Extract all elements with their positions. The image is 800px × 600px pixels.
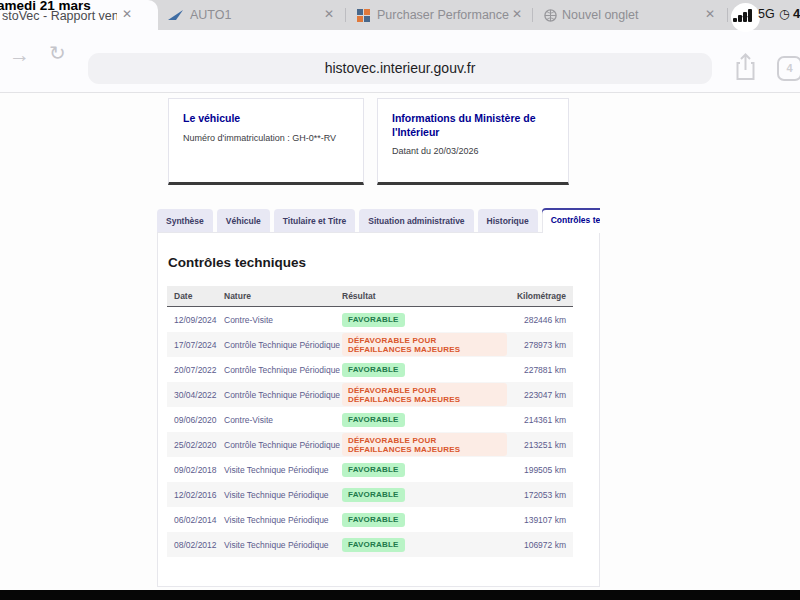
- cell-resultat: FAVORABLE: [342, 513, 507, 527]
- cell-date: 30/04/2022: [167, 390, 224, 400]
- table-row: 09/06/2020Contre-VisiteFAVORABLE214361 k…: [167, 407, 573, 432]
- cell-nature: Visite Technique Périodique: [224, 515, 342, 525]
- close-tab-icon[interactable]: ✕: [324, 7, 334, 21]
- section-title: Contrôles techniques: [168, 255, 306, 270]
- cell-resultat: FAVORABLE: [342, 538, 507, 552]
- result-badge: FAVORABLE: [342, 463, 405, 477]
- result-badge: FAVORABLE: [342, 513, 405, 527]
- report-tab-historique[interactable]: Historique: [478, 209, 538, 233]
- table-row: 09/02/2018Visite Technique PériodiqueFAV…: [167, 457, 573, 482]
- cell-date: 20/07/2022: [167, 365, 224, 375]
- cell-kilometrage: 106972 km: [507, 540, 573, 550]
- browser-tab-auto1[interactable]: AUTO1: [190, 8, 231, 22]
- report-tab-situation-administrative[interactable]: Situation administrative: [359, 209, 473, 233]
- col-nature: Nature: [224, 291, 342, 301]
- result-badge: FAVORABLE: [342, 488, 405, 502]
- cell-kilometrage: 139107 km: [507, 515, 573, 525]
- cell-resultat: FAVORABLE: [342, 488, 507, 502]
- status-date: amedi 21 mars: [0, 0, 91, 13]
- vehicle-card-body: Numéro d'immatriculation : GH-0**-RV: [183, 133, 349, 143]
- table-row: 20/07/2022Contrôle Technique PériodiqueF…: [167, 357, 573, 382]
- browser-tab-new[interactable]: Nouvel onglet: [562, 8, 638, 22]
- table-header: Date Nature Résultat Kilométrage: [167, 286, 573, 307]
- histovec-page: Le véhicule Numéro d'immatriculation : G…: [0, 93, 800, 590]
- network-badge: 5G: [758, 7, 775, 21]
- cell-resultat: DÉFAVORABLE POUR DÉFAILLANCES MAJEURES: [342, 433, 507, 456]
- tab-separator: [727, 8, 728, 22]
- report-tab-contr-les-techniques[interactable]: Contrôles techniques: [542, 208, 600, 233]
- result-badge: DÉFAVORABLE POUR DÉFAILLANCES MAJEURES: [342, 333, 507, 356]
- result-badge: DÉFAVORABLE POUR DÉFAILLANCES MAJEURES: [342, 433, 507, 456]
- col-kilometrage: Kilométrage: [507, 291, 573, 301]
- reload-icon[interactable]: ↻: [49, 41, 66, 65]
- cellular-signal-icon: [733, 9, 755, 22]
- status-circle-icon: ◷: [779, 7, 789, 21]
- result-badge: FAVORABLE: [342, 313, 405, 327]
- cell-resultat: FAVORABLE: [342, 413, 507, 427]
- table-row: 17/07/2024Contrôle Technique PériodiqueD…: [167, 332, 573, 357]
- browser-tab-purchaser[interactable]: Purchaser Performance: [377, 8, 509, 22]
- table-row: 12/09/2024Contre-VisiteFAVORABLE282446 k…: [167, 307, 573, 332]
- globe-icon: [544, 9, 557, 22]
- auto1-logo-icon: [168, 9, 184, 22]
- report-tab-synth-se[interactable]: Synthèse: [157, 209, 213, 233]
- vehicle-card: Le véhicule Numéro d'immatriculation : G…: [168, 98, 364, 185]
- table-row: 06/02/2014Visite Technique PériodiqueFAV…: [167, 507, 573, 532]
- ministry-card-title: Informations du Ministère de l'Intérieur: [392, 112, 547, 139]
- report-tab-titulaire-et-titre[interactable]: Titulaire et Titre: [274, 209, 355, 233]
- browser-tab-bar: stoVec - Rapport vend ✕ AUTO1 ✕ Purchase…: [0, 0, 800, 30]
- report-tabs: SynthèseVéhiculeTitulaire et TitreSituat…: [157, 208, 600, 233]
- col-resultat: Résultat: [342, 291, 507, 301]
- cell-nature: Contrôle Technique Périodique: [224, 390, 342, 400]
- result-badge: FAVORABLE: [342, 363, 405, 377]
- ministry-card-body: Datant du 20/03/2026: [392, 146, 554, 156]
- cell-date: 12/02/2016: [167, 490, 224, 500]
- cell-resultat: DÉFAVORABLE POUR DÉFAILLANCES MAJEURES: [342, 383, 507, 406]
- table-row: 08/02/2012Visite Technique PériodiqueFAV…: [167, 532, 573, 557]
- close-tab-icon[interactable]: ✕: [122, 7, 132, 21]
- close-tab-icon[interactable]: ✕: [512, 7, 522, 21]
- table-row: 12/02/2016Visite Technique PériodiqueFAV…: [167, 482, 573, 507]
- result-badge: DÉFAVORABLE POUR DÉFAILLANCES MAJEURES: [342, 383, 507, 406]
- controles-card: Contrôles techniques Date Nature Résulta…: [157, 232, 600, 587]
- cell-date: 12/09/2024: [167, 315, 224, 325]
- share-icon[interactable]: [734, 53, 757, 82]
- cell-nature: Visite Technique Périodique: [224, 540, 342, 550]
- inspections-table: Date Nature Résultat Kilométrage 12/09/2…: [167, 286, 573, 557]
- cell-kilometrage: 223047 km: [507, 390, 573, 400]
- forward-icon[interactable]: →: [9, 43, 30, 67]
- cell-date: 17/07/2024: [167, 340, 224, 350]
- cell-kilometrage: 227881 km: [507, 365, 573, 375]
- cell-kilometrage: 214361 km: [507, 415, 573, 425]
- cell-nature: Contre-Visite: [224, 315, 342, 325]
- cell-nature: Contre-Visite: [224, 415, 342, 425]
- cell-nature: Visite Technique Périodique: [224, 490, 342, 500]
- cell-resultat: FAVORABLE: [342, 313, 507, 327]
- cell-kilometrage: 172053 km: [507, 490, 573, 500]
- result-badge: FAVORABLE: [342, 413, 405, 427]
- cell-date: 06/02/2014: [167, 515, 224, 525]
- url-field[interactable]: histovec.interieur.gouv.fr: [88, 53, 712, 84]
- cell-kilometrage: 199505 km: [507, 465, 573, 475]
- cell-nature: Contrôle Technique Périodique: [224, 365, 342, 375]
- cell-date: 25/02/2020: [167, 440, 224, 450]
- cell-nature: Contrôle Technique Périodique: [224, 340, 342, 350]
- browser-toolbar: → ↻ histovec.interieur.gouv.fr 4: [0, 30, 800, 93]
- bottom-letterbox: [0, 590, 800, 600]
- grid-favicon-icon: [357, 9, 370, 22]
- tab-separator: [345, 8, 346, 22]
- cell-nature: Visite Technique Périodique: [224, 465, 342, 475]
- cell-resultat: FAVORABLE: [342, 363, 507, 377]
- cell-kilometrage: 282446 km: [507, 315, 573, 325]
- table-row: 30/04/2022Contrôle Technique PériodiqueD…: [167, 382, 573, 407]
- cell-nature: Contrôle Technique Périodique: [224, 440, 342, 450]
- close-tab-icon[interactable]: ✕: [705, 7, 715, 21]
- tab-overview-button[interactable]: 4: [777, 56, 800, 81]
- vehicle-card-title: Le véhicule: [183, 112, 349, 126]
- col-date: Date: [167, 291, 224, 301]
- cell-resultat: FAVORABLE: [342, 463, 507, 477]
- report-tab-v-hicule[interactable]: Véhicule: [217, 209, 270, 233]
- cell-date: 09/06/2020: [167, 415, 224, 425]
- cell-kilometrage: 213251 km: [507, 440, 573, 450]
- status-time: 4: [793, 6, 800, 21]
